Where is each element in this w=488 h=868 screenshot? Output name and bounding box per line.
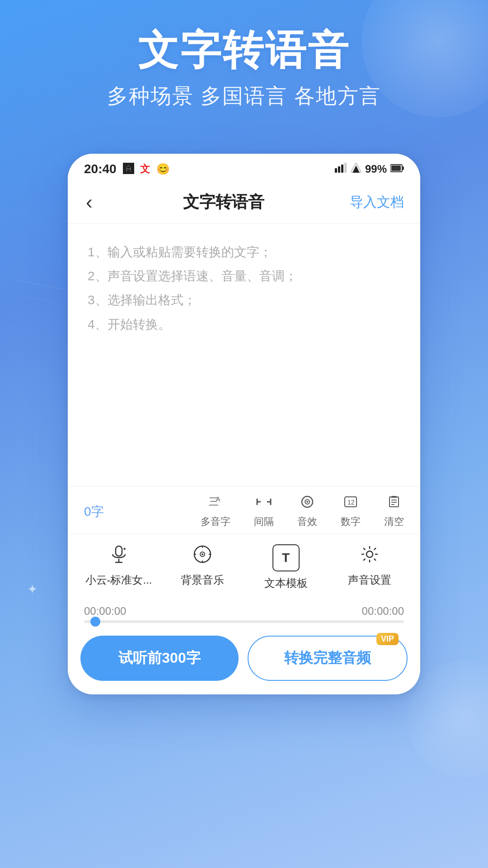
char-count: 0字 (84, 503, 104, 520)
voice-bar: ✦ 小云-标准女... 背景音乐 T (68, 534, 420, 599)
instruction-4: 4、开始转换。 (88, 312, 400, 336)
instruction-3: 3、选择输出格式； (88, 288, 400, 312)
bg-circle-bottom (407, 660, 488, 778)
svg-text:A: A (216, 495, 221, 503)
svg-line-27 (386, 495, 388, 497)
voice-item-bgmusic[interactable]: 背景音乐 (160, 544, 244, 590)
polyphonic-icon: 三 A (208, 495, 223, 512)
voice-item-template[interactable]: T 文本模板 (244, 544, 328, 590)
svg-rect-11 (391, 165, 401, 171)
bg-stars: ✦ (27, 582, 38, 597)
toolbar-item-polyphonic[interactable]: 三 A 多音字 (201, 495, 230, 528)
voice-name-label: 小云-标准女... (85, 573, 152, 587)
toolbar-item-effect[interactable]: 音效 (297, 495, 317, 528)
signal-icon (334, 163, 347, 175)
clear-label: 清空 (384, 515, 404, 528)
toolbar-item-interval[interactable]: 间隔 (254, 495, 274, 528)
buttons-row: 试听前300字 转换完整音频 VIP (68, 627, 420, 694)
progress-thumb[interactable] (90, 617, 100, 627)
progress-track[interactable] (84, 620, 404, 623)
status-left: 20:40 🅰 文 😊 (84, 162, 170, 176)
battery-text: 99% (365, 163, 387, 175)
status-icon-1: 🅰 (123, 163, 134, 175)
progress-end: 00:00:00 (362, 605, 404, 618)
phone-mockup: 20:40 🅰 文 😊 99% (68, 154, 420, 694)
number-icon: 12 (343, 495, 358, 512)
instructions-text: 1、输入或粘贴需要转换的文字； 2、声音设置选择语速、音量、音调； 3、选择输出… (88, 240, 400, 336)
music-icon (192, 544, 212, 568)
status-bar: 20:40 🅰 文 😊 99% (68, 154, 420, 181)
hero-subtitle: 多种场景 多国语言 各地方言 (0, 82, 488, 110)
svg-rect-5 (341, 165, 343, 173)
svg-rect-29 (116, 546, 122, 556)
clear-icon (386, 495, 402, 512)
svg-point-35 (202, 553, 203, 555)
preview-button[interactable]: 试听前300字 (80, 636, 239, 681)
instruction-2: 2、声音设置选择语速、音量、音调； (88, 264, 400, 288)
convert-button[interactable]: 转换完整音频 VIP (248, 636, 408, 681)
hero-section: 文字转语音 多种场景 多国语言 各地方言 (0, 27, 488, 110)
svg-text:✦: ✦ (122, 546, 127, 552)
svg-rect-3 (335, 168, 337, 173)
app-bar-title: 文字转语音 (183, 191, 264, 213)
progress-start: 00:00:00 (84, 605, 126, 618)
toolbar-row: 0字 三 A 多音字 (84, 495, 404, 528)
status-right: 99% (334, 163, 404, 175)
svg-rect-4 (338, 166, 340, 173)
battery-icon (390, 163, 404, 175)
back-button[interactable]: ‹ (80, 189, 98, 215)
effect-label: 音效 (297, 515, 317, 528)
effect-icon (300, 495, 315, 512)
svg-point-20 (306, 501, 308, 503)
voice-item-settings[interactable]: 声音设置 (328, 544, 411, 590)
svg-rect-23 (389, 497, 399, 507)
toolbar-item-number[interactable]: 12 数字 (341, 495, 361, 528)
template-icon: T (272, 544, 300, 571)
instruction-1: 1、输入或粘贴需要转换的文字； (88, 240, 400, 264)
svg-point-36 (366, 551, 373, 557)
status-icon-3: 😊 (156, 163, 170, 175)
progress-times: 00:00:00 00:00:00 (84, 605, 404, 618)
import-doc-button[interactable]: 导入文档 (350, 193, 404, 212)
interval-label: 间隔 (254, 515, 274, 528)
app-bar: ‹ 文字转语音 导入文档 (68, 181, 420, 224)
settings-label: 声音设置 (348, 573, 391, 587)
settings-icon (360, 544, 380, 568)
convert-button-label: 转换完整音频 (284, 650, 371, 666)
vip-badge: VIP (376, 633, 399, 645)
toolbar-item-clear[interactable]: 清空 (384, 495, 404, 528)
status-time: 20:40 (84, 162, 117, 176)
main-content-area[interactable]: 1、输入或粘贴需要转换的文字； 2、声音设置选择语速、音量、音调； 3、选择输出… (68, 224, 420, 486)
toolbar: 0字 三 A 多音字 (68, 486, 420, 534)
hero-title: 文字转语音 (0, 27, 488, 74)
svg-rect-6 (344, 163, 347, 173)
status-icon-2: 文 (140, 162, 150, 176)
svg-text:12: 12 (347, 499, 355, 506)
microphone-icon: ✦ (109, 544, 129, 568)
toolbar-icons: 三 A 多音字 间隔 (201, 495, 404, 528)
svg-marker-28 (391, 496, 397, 498)
signal-icon-2 (351, 163, 361, 175)
voice-item-voice[interactable]: ✦ 小云-标准女... (77, 544, 160, 590)
number-label: 数字 (341, 515, 361, 528)
progress-area: 00:00:00 00:00:00 (68, 599, 420, 627)
svg-rect-10 (402, 166, 404, 170)
bgmusic-label: 背景音乐 (181, 573, 224, 587)
template-label: 文本模板 (264, 576, 308, 590)
interval-icon (256, 495, 272, 512)
polyphonic-label: 多音字 (201, 515, 230, 528)
